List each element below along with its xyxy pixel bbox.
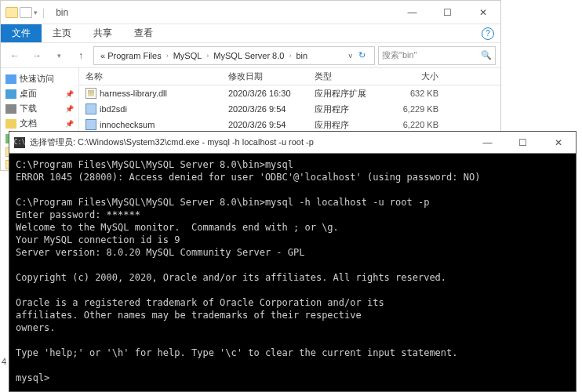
table-row[interactable]: harness-library.dll2020/3/26 16:30应用程序扩展… <box>79 85 500 101</box>
table-row[interactable]: ibd2sdi2020/3/26 9:54应用程序6,229 KB <box>79 101 500 117</box>
file-date: 2020/3/26 9:54 <box>228 104 315 114</box>
refresh-button[interactable]: ↻ <box>352 50 371 60</box>
pin-icon: 📌 <box>65 120 74 128</box>
pin-icon: 📌 <box>65 90 74 98</box>
folder-icon <box>20 7 32 18</box>
chevron-right-icon: › <box>165 52 170 60</box>
col-size[interactable]: 大小 <box>385 71 448 82</box>
col-type[interactable]: 类型 <box>315 71 385 82</box>
cmd-icon: C:\ <box>14 137 25 148</box>
folder-icon <box>5 7 18 18</box>
star-icon <box>5 74 16 84</box>
minimize-button[interactable]: — <box>395 1 430 24</box>
tab-home[interactable]: 主页 <box>42 24 82 42</box>
close-button[interactable]: ✕ <box>465 1 500 24</box>
search-input[interactable]: 搜索"bin" 🔍 <box>378 46 496 65</box>
explorer-navbar: ← → ▾ ↑ « Program Files› MySQL› MySQL Se… <box>1 43 500 68</box>
maximize-button[interactable]: ☐ <box>505 132 540 154</box>
titlebar-sep: | <box>42 7 45 18</box>
minimize-button[interactable]: — <box>470 132 505 154</box>
explorer-titlebar[interactable]: ▾ | bin — ☐ ✕ <box>1 1 500 24</box>
desktop-icon <box>5 89 16 99</box>
file-type: 应用程序 <box>315 103 385 115</box>
window-title: bin <box>56 7 68 18</box>
document-icon <box>5 119 16 129</box>
file-name: innochecksum <box>100 120 155 129</box>
col-name[interactable]: 名称 <box>79 71 228 82</box>
file-icon <box>85 103 96 114</box>
file-size: 6,229 KB <box>385 104 448 114</box>
file-date: 2020/3/26 16:30 <box>228 89 315 98</box>
crumb[interactable]: bin <box>293 51 311 60</box>
tab-file[interactable]: 文件 <box>1 24 42 42</box>
back-button[interactable]: ← <box>5 46 24 65</box>
file-date: 2020/3/26 9:54 <box>228 120 315 129</box>
tab-view[interactable]: 查看 <box>123 24 164 42</box>
close-button[interactable]: ✕ <box>540 132 576 154</box>
search-icon: 🔍 <box>481 50 492 60</box>
console-titlebar[interactable]: C:\ 选择管理员: C:\Windows\System32\cmd.exe -… <box>9 132 576 154</box>
forward-button[interactable]: → <box>27 46 46 65</box>
tab-share[interactable]: 共享 <box>82 24 123 42</box>
sidebar-item-documents[interactable]: 文档📌 <box>2 116 77 131</box>
search-placeholder: 搜索"bin" <box>382 49 417 61</box>
file-name: harness-library.dll <box>100 89 167 98</box>
up-button[interactable]: ↑ <box>71 46 90 65</box>
crumb[interactable]: « Program Files <box>97 51 165 60</box>
pin-icon: 📌 <box>65 105 74 113</box>
file-size: 6,220 KB <box>385 120 448 129</box>
file-size: 632 KB <box>385 89 448 98</box>
console-title: 选择管理员: C:\Windows\System32\cmd.exe - mys… <box>30 136 314 148</box>
chevron-right-icon: › <box>287 52 293 60</box>
help-button[interactable]: ? <box>482 24 494 42</box>
file-type: 应用程序扩展 <box>315 88 385 100</box>
table-row[interactable]: innochecksum2020/3/26 9:54应用程序6,220 KB <box>79 117 500 132</box>
breadcrumb[interactable]: « Program Files› MySQL› MySQL Server 8.0… <box>93 46 375 65</box>
sidebar-quick-access[interactable]: 快速访问 <box>2 71 77 86</box>
sidebar-item-downloads[interactable]: 下载📌 <box>2 101 77 116</box>
explorer-ribbon-tabs: 文件 主页 共享 查看 ? <box>1 24 500 43</box>
file-name: ibd2sdi <box>100 104 127 114</box>
sidebar-item-desktop[interactable]: 桌面📌 <box>2 86 77 101</box>
help-icon: ? <box>482 27 494 40</box>
file-list-header[interactable]: 名称 修改日期 类型 大小 <box>79 68 500 85</box>
file-icon <box>85 88 96 99</box>
col-date[interactable]: 修改日期 <box>228 71 315 82</box>
console-output[interactable]: C:\Program Files\MySQL\MySQL Server 8.0\… <box>9 154 576 392</box>
file-type: 应用程序 <box>315 119 385 131</box>
maximize-button[interactable]: ☐ <box>430 1 465 24</box>
crumb[interactable]: MySQL Server 8.0 <box>210 51 287 60</box>
console-window: C:\ 选择管理员: C:\Windows\System32\cmd.exe -… <box>9 131 577 392</box>
file-icon <box>85 119 96 130</box>
history-dropdown[interactable]: ▾ <box>49 46 68 65</box>
bottom-text: 4 <box>2 357 6 366</box>
chevron-right-icon: › <box>205 52 210 60</box>
dropdown-icon[interactable]: ▾ <box>34 9 38 16</box>
download-icon <box>5 104 16 114</box>
crumb[interactable]: MySQL <box>170 51 206 60</box>
